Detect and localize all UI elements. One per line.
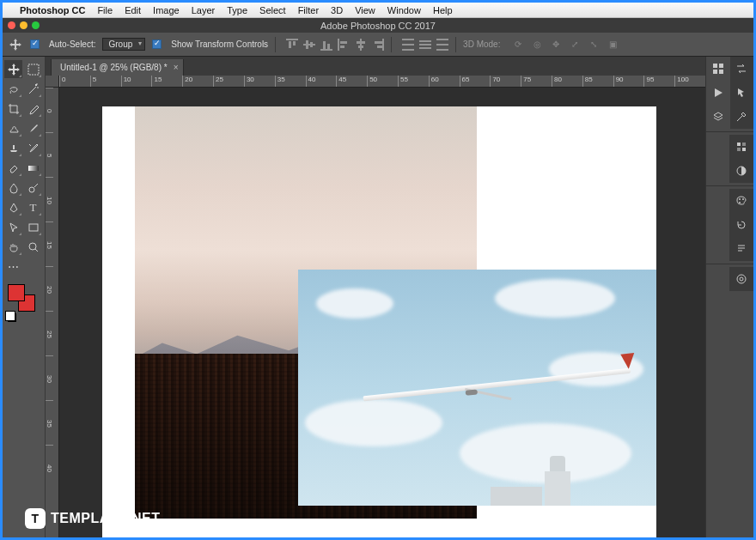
rect-marquee-tool[interactable]: [24, 60, 42, 78]
panel-adjust-icon[interactable]: [729, 159, 753, 183]
vertical-ruler[interactable]: 0 5 10 15 20 25 30 35 40: [46, 88, 59, 537]
document-tab[interactable]: Untitled-1 @ 25% (RGB/8) * ×: [51, 59, 184, 76]
history-brush-tool[interactable]: [24, 139, 42, 157]
default-colors-icon[interactable]: [8, 313, 16, 322]
menu-select[interactable]: Select: [259, 5, 286, 15]
svg-rect-0: [28, 64, 39, 75]
minimize-window-button[interactable]: [20, 21, 27, 29]
menu-window[interactable]: Window: [387, 5, 421, 15]
panel-history-icon[interactable]: [729, 213, 753, 237]
blur-tool[interactable]: [4, 179, 22, 197]
auto-select-label: Auto-Select:: [49, 39, 95, 49]
svg-rect-7: [713, 70, 717, 74]
ruler-tick: 85: [582, 76, 613, 87]
rectangle-tool[interactable]: [24, 218, 42, 236]
ruler-tick: 70: [490, 76, 521, 87]
align-top-icon[interactable]: [286, 39, 298, 51]
ruler-tick: 5: [90, 76, 121, 87]
ruler-tick: 40: [306, 76, 337, 87]
app-menu[interactable]: Photoshop CC: [20, 5, 85, 15]
menu-layer[interactable]: Layer: [192, 5, 216, 15]
close-window-button[interactable]: [8, 21, 15, 29]
foreground-color[interactable]: [8, 284, 25, 301]
menu-3d[interactable]: 3D: [331, 5, 343, 15]
ruler-tick: 0: [46, 88, 53, 132]
ruler-tick: 15: [151, 76, 182, 87]
slide-3d-icon[interactable]: ⤢: [569, 39, 581, 51]
orbit-3d-icon[interactable]: ⟳: [512, 39, 524, 51]
panel-grid-icon[interactable]: [706, 57, 730, 81]
panel-cursor-icon[interactable]: [730, 81, 754, 105]
pen-tool[interactable]: [4, 198, 22, 216]
align-right-icon[interactable]: [372, 39, 384, 51]
zoom-window-button[interactable]: [32, 21, 40, 29]
show-transform-checkbox[interactable]: [152, 39, 162, 49]
lasso-tool[interactable]: [4, 80, 22, 98]
align-bottom-icon[interactable]: [320, 39, 332, 51]
ruler-tick: 100: [674, 76, 705, 87]
menu-file[interactable]: File: [97, 5, 113, 15]
menu-image[interactable]: Image: [153, 5, 180, 15]
menu-filter[interactable]: Filter: [298, 5, 319, 15]
close-tab-icon[interactable]: ×: [174, 63, 179, 72]
align-vcenter-icon[interactable]: [303, 39, 315, 51]
auto-select-dropdown[interactable]: Group: [102, 38, 145, 51]
dodge-tool[interactable]: [24, 179, 42, 197]
placed-image-airplane[interactable]: [298, 270, 656, 506]
edit-toolbar[interactable]: ⋯: [4, 258, 42, 276]
dist-top-icon[interactable]: [402, 39, 414, 51]
panel-swatch-icon[interactable]: [729, 189, 753, 213]
dist-vcenter-icon[interactable]: [419, 39, 431, 51]
distribute-buttons: [402, 39, 448, 51]
panel-paragraph-icon[interactable]: [729, 237, 753, 261]
eraser-tool[interactable]: [4, 159, 22, 177]
ruler-tick: 20: [182, 76, 213, 87]
move-tool[interactable]: [4, 60, 22, 78]
ruler-tick: 40: [46, 445, 53, 489]
document-tab-label: Untitled-1 @ 25% (RGB/8) *: [60, 63, 168, 72]
hand-tool[interactable]: [4, 238, 22, 256]
color-swatches[interactable]: [6, 282, 43, 313]
ruler-tick: 90: [613, 76, 644, 87]
path-select-tool[interactable]: [4, 218, 22, 236]
ruler-tick: 80: [552, 76, 582, 87]
magic-wand-tool[interactable]: [24, 80, 42, 98]
camera-3d-icon[interactable]: ▣: [607, 39, 619, 51]
type-tool[interactable]: T: [24, 198, 42, 216]
pan-3d-icon[interactable]: ✥: [550, 39, 562, 51]
healing-brush-tool[interactable]: [4, 119, 22, 137]
ruler-tick: 50: [367, 76, 398, 87]
horizontal-ruler[interactable]: 0 5 10 15 20 25 30 35 40 45 50 55 60 65: [59, 76, 705, 88]
menu-type[interactable]: Type: [227, 5, 247, 15]
panel-tools-icon[interactable]: [730, 105, 754, 129]
menu-help[interactable]: Help: [433, 5, 453, 15]
gradient-tool[interactable]: [24, 159, 42, 177]
auto-select-checkbox[interactable]: [30, 39, 40, 49]
menu-view[interactable]: View: [355, 5, 375, 15]
ruler-tick: 15: [46, 221, 53, 266]
panel-play-icon[interactable]: [706, 81, 730, 105]
panel-swap-icon[interactable]: [730, 57, 754, 81]
dist-bottom-icon[interactable]: [436, 39, 448, 51]
align-hcenter-icon[interactable]: [355, 39, 367, 51]
artboard[interactable]: [102, 106, 656, 537]
tool-palette: T ⋯: [3, 57, 46, 537]
brush-tool[interactable]: [24, 119, 42, 137]
ruler-tick: 55: [398, 76, 429, 87]
clone-stamp-tool[interactable]: [4, 139, 22, 157]
document-tab-bar: Untitled-1 @ 25% (RGB/8) * ×: [46, 57, 705, 76]
roll-3d-icon[interactable]: ◎: [531, 39, 543, 51]
panel-libraries-icon[interactable]: [729, 267, 753, 291]
zoom-tool[interactable]: [24, 238, 42, 256]
crop-tool[interactable]: [4, 100, 22, 118]
window-title: Adobe Photoshop CC 2017: [3, 21, 753, 31]
separator: [455, 37, 456, 52]
menu-edit[interactable]: Edit: [125, 5, 141, 15]
ruler-origin[interactable]: [46, 76, 59, 88]
panel-layers-icon[interactable]: [706, 105, 730, 129]
align-left-icon[interactable]: [338, 39, 350, 51]
eyedropper-tool[interactable]: [24, 100, 42, 118]
panel-pixel-icon[interactable]: [729, 135, 753, 159]
canvas-viewport[interactable]: [59, 88, 705, 537]
scale-3d-icon[interactable]: ⤡: [588, 39, 600, 51]
